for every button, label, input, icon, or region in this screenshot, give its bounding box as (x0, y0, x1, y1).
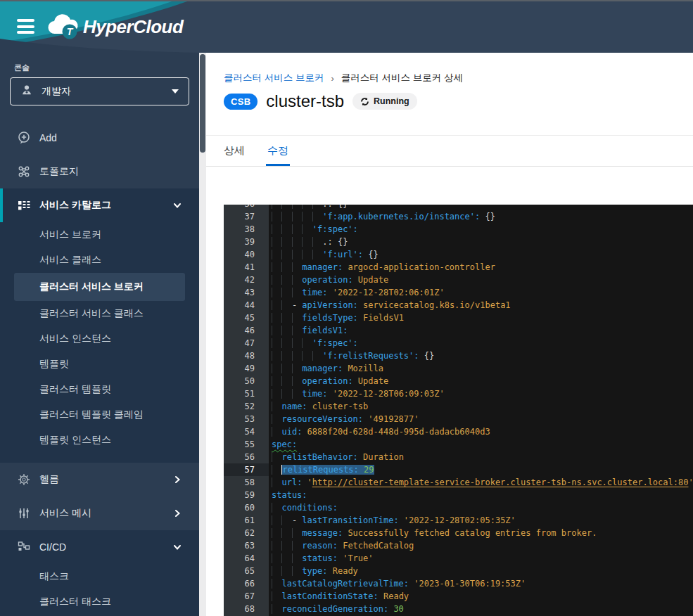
sidebar-subitem-cluster-template[interactable]: 클러스터 템플릿 (14, 377, 185, 402)
editor-line-55[interactable]: 55spec: (224, 438, 693, 451)
mesh-icon (17, 506, 31, 520)
sidebar-subitem-template[interactable]: 템플릿 (14, 352, 185, 377)
line-number: 55 (224, 438, 269, 451)
line-code: lastCatalogRetrievalTime: '2023-01-30T06… (269, 577, 526, 590)
text-selection: relistRequests: 29 (281, 465, 374, 475)
sidebar-subitem-cluster-service-class[interactable]: 클러스터 서비스 클래스 (14, 301, 185, 326)
line-number: 64 (224, 552, 269, 565)
line-number: 49 (224, 362, 269, 375)
perspective-label: 개발자 (42, 85, 172, 98)
editor-line-36[interactable]: 36 .: {} (224, 205, 693, 210)
line-number: 45 (224, 312, 269, 324)
line-code: fieldsV1: (269, 324, 348, 337)
line-code: 'f:url': {} (269, 248, 379, 261)
tab-detail[interactable]: 상세 (224, 136, 245, 166)
sidebar-subitem-task[interactable]: 태스크 (14, 564, 185, 589)
svg-text:T: T (67, 26, 74, 37)
sidebar-subitem-cluster-template-claim[interactable]: 클러스터 템플릿 클레임 (14, 402, 185, 428)
sidebar-subitem-cluster-service-broker[interactable]: 클러스터 서비스 브로커 (14, 273, 185, 301)
sidebar-nav: 콘솔 개발자 Add토폴로지서비스 카탈로그서비스 브로커서비스 클래스클러스터… (0, 53, 199, 616)
line-number: 39 (224, 236, 269, 248)
editor-line-56[interactable]: 56 relistBehavior: Duration (224, 451, 693, 463)
editor-line-54[interactable]: 54 uid: 6888f20d-628d-448d-995d-dadacb60… (224, 425, 693, 438)
line-number: 53 (224, 413, 269, 425)
yaml-editor[interactable]: 36 .: {}37 'f:app.kubernetes.io/instance… (224, 205, 693, 616)
line-number: 60 (224, 501, 269, 514)
line-code: operation: Update (269, 375, 388, 387)
line-code: status: 'True' (269, 552, 374, 565)
sync-icon (360, 97, 369, 106)
cicd-icon (17, 540, 31, 554)
line-code: time: '2022-12-28T02:06:01Z' (269, 286, 445, 299)
editor-line-51[interactable]: 51 time: '2022-12-28T06:09:03Z' (224, 387, 693, 400)
sidebar-item-topology[interactable]: 토폴로지 (0, 155, 199, 188)
editor-line-49[interactable]: 49 manager: Mozilla (224, 362, 693, 375)
line-code: spec: (269, 438, 297, 451)
breadcrumb-link[interactable]: 클러스터 서비스 브로커 (224, 72, 324, 84)
sidebar-subitem-service-class[interactable]: 서비스 클래스 (14, 248, 185, 273)
editor-line-68[interactable]: 68 reconciledGeneration: 30 (224, 603, 693, 615)
sidebar-item-service-catalog[interactable]: 서비스 카탈로그 (0, 188, 199, 222)
editor-line-37[interactable]: 37 'f:app.kubernetes.io/instance': {} (224, 210, 693, 223)
perspective-dropdown[interactable]: 개발자 (10, 77, 189, 105)
scrollbar-thumb[interactable] (200, 54, 205, 153)
line-code: relistBehavior: Duration (269, 451, 404, 463)
sidebar-item-cicd[interactable]: CI/CD (0, 530, 199, 564)
sidebar-subitem-service-broker[interactable]: 서비스 브로커 (14, 222, 185, 248)
sidebar-scrollbar (199, 53, 206, 616)
editor-line-40[interactable]: 40 'f:url': {} (224, 248, 693, 261)
editor-line-63[interactable]: 63 reason: FetchedCatalog (224, 539, 693, 552)
editor-line-53[interactable]: 53 resourceVersion: '49192877' (224, 413, 693, 425)
line-code: - lastTransitionTime: '2022-12-28T02:05:… (269, 514, 516, 527)
line-number: 41 (224, 261, 269, 274)
line-number: 40 (224, 248, 269, 261)
sidebar-subitem-template-instance[interactable]: 템플릿 인스턴스 (14, 428, 185, 453)
line-code: resourceVersion: '49192877' (269, 413, 419, 425)
editor-line-66[interactable]: 66 lastCatalogRetrievalTime: '2023-01-30… (224, 577, 693, 590)
chevron-right-icon (172, 508, 182, 518)
editor-line-42[interactable]: 42 operation: Update (224, 274, 693, 286)
line-number: 42 (224, 274, 269, 286)
sidebar-subitem-service-instance[interactable]: 서비스 인스턴스 (14, 326, 185, 352)
header-topline (0, 0, 693, 1)
editor-line-58[interactable]: 58 url: 'http://cluster-template-service… (224, 476, 693, 489)
chevron-right-icon (172, 475, 182, 485)
editor-line-39[interactable]: 39 .: {} (224, 236, 693, 248)
sidebar-item-service-mesh[interactable]: 서비스 메시 (0, 496, 199, 530)
editor-line-45[interactable]: 45 fieldsType: FieldsV1 (224, 312, 693, 324)
line-code: manager: argocd-application-controller (269, 261, 495, 274)
status-badge: Running (352, 93, 417, 110)
hamburger-menu-icon[interactable] (17, 19, 34, 34)
line-code: fieldsType: FieldsV1 (269, 312, 404, 324)
editor-line-61[interactable]: 61 - lastTransitionTime: '2022-12-28T02:… (224, 514, 693, 527)
editor-line-64[interactable]: 64 status: 'True' (224, 552, 693, 565)
editor-line-43[interactable]: 43 time: '2022-12-28T02:06:01Z' (224, 286, 693, 299)
tab-edit[interactable]: 수정 (267, 136, 288, 166)
app-window: T HyperCloud 콘솔 개발자 Add토폴로지서비스 카탈로그서비스 브… (0, 0, 693, 616)
sidebar-item-helm[interactable]: 헬름 (0, 463, 199, 496)
editor-line-52[interactable]: 52 name: cluster-tsb (224, 400, 693, 413)
editor-line-38[interactable]: 38 'f:spec': (224, 223, 693, 236)
editor-line-59[interactable]: 59status: (224, 489, 693, 501)
helm-icon (17, 473, 31, 487)
sidebar-item-add[interactable]: Add (0, 121, 199, 155)
line-code: 'f:relistRequests': {} (269, 349, 434, 362)
editor-line-67[interactable]: 67 lastConditionState: Ready (224, 590, 693, 603)
editor-line-47[interactable]: 47 'f:spec': (224, 337, 693, 349)
editor-line-65[interactable]: 65 type: Ready (224, 565, 693, 577)
line-code: operation: Update (269, 274, 388, 286)
editor-line-57[interactable]: 57 relistRequests: 29 (224, 463, 693, 476)
line-code: message: Successfully fetched catalog en… (269, 527, 597, 539)
editor-line-62[interactable]: 62 message: Successfully fetched catalog… (224, 527, 693, 539)
top-header: T HyperCloud (0, 0, 693, 53)
line-code: type: Ready (269, 565, 358, 577)
editor-line-50[interactable]: 50 operation: Update (224, 375, 693, 387)
editor-line-46[interactable]: 46 fieldsV1: (224, 324, 693, 337)
editor-line-44[interactable]: 44 - apiVersion: servicecatalog.k8s.io/v… (224, 299, 693, 312)
sidebar-item-label: CI/CD (39, 541, 172, 553)
sidebar-subitem-cluster-task[interactable]: 클러스터 태스크 (14, 589, 185, 615)
sidebar-item-label: 서비스 메시 (39, 507, 172, 520)
editor-line-48[interactable]: 48 'f:relistRequests': {} (224, 349, 693, 362)
editor-line-60[interactable]: 60 conditions: (224, 501, 693, 514)
editor-line-41[interactable]: 41 manager: argocd-application-controlle… (224, 261, 693, 274)
